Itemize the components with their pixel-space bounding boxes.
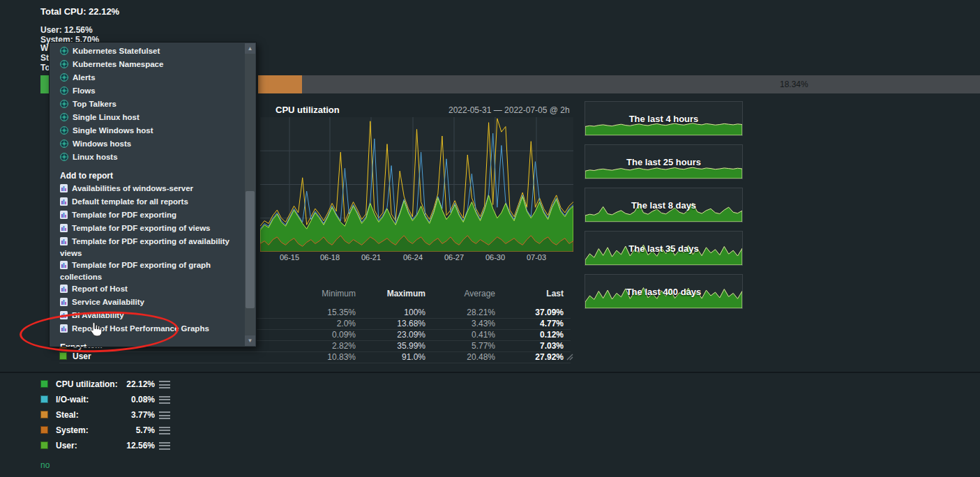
legend-row: System:5.7% (40, 425, 222, 437)
color-swatch-icon (59, 352, 67, 360)
row-label: User (59, 351, 91, 361)
menu-item-label: Flows (73, 86, 96, 95)
report-icon (60, 211, 68, 222)
x-tick-label: 07-03 (521, 253, 552, 262)
legend-row: CPU utilization:22.12% (40, 379, 222, 391)
menu-item[interactable]: Kubernetes Statefulset (60, 45, 241, 59)
menu-scrollbar[interactable]: ▲ ▼ (245, 43, 255, 346)
menu-item[interactable]: Report of Host Performance Graphs (60, 323, 241, 336)
menu-item[interactable]: Template for PDF exporting of graph coll… (60, 259, 241, 283)
hamburger-menu-icon[interactable] (159, 411, 170, 419)
menu-item[interactable]: Single Linux host (60, 112, 241, 125)
menu-item[interactable]: Availabilities of windows-server (60, 183, 241, 196)
bar-segment-track (302, 75, 980, 93)
menu-item-label: Report of Host Performance Graphs (72, 324, 209, 333)
tooltip-line: St (40, 53, 49, 63)
menu-item-label: BI Availability (72, 311, 124, 319)
menu-item-label: Availabilities of windows-server (72, 184, 193, 192)
scroll-down-icon[interactable]: ▼ (245, 335, 255, 346)
x-tick-label: 06-30 (480, 253, 511, 262)
menu-item[interactable]: Template for PDF exporting (60, 209, 241, 222)
dashboard-icon (60, 47, 68, 58)
table-header-cell: Maximum (359, 289, 425, 298)
menu-item[interactable]: Single Windows host (60, 125, 241, 138)
preview-title: The last 400 days (585, 275, 742, 308)
total-cpu-label: Total CPU: 22.12% (40, 6, 119, 17)
dashboard-icon (60, 100, 68, 111)
menu-item[interactable]: Default template for all reports (60, 196, 241, 209)
legend-row: User:12.56% (40, 441, 222, 452)
menu-item[interactable]: Service Availability (60, 296, 241, 310)
preview-title: The last 8 days (585, 188, 742, 222)
menu-item[interactable]: Linux hosts (60, 151, 241, 165)
menu-item[interactable]: Kubernetes Namespace (60, 59, 241, 72)
table-cell-min: 2.82% (289, 341, 356, 351)
table-cell-min: 0.09% (289, 330, 356, 340)
bar-segment-orange (258, 75, 302, 93)
legend-value: 3.77% (119, 410, 155, 420)
menu-item-label: Template for PDF exporting (72, 211, 176, 219)
table-cell-min: 10.83% (289, 352, 356, 362)
cpu-utilization-chart[interactable] (260, 117, 573, 252)
report-icon (60, 311, 68, 322)
preview-panel[interactable]: The last 8 days (585, 188, 743, 222)
menu-item[interactable]: Windows hosts (60, 138, 241, 151)
hamburger-menu-icon[interactable] (159, 381, 170, 388)
preview-panel[interactable]: The last 35 days (585, 231, 743, 266)
table-cell-max: 23.09% (359, 330, 425, 340)
x-tick-label: 06-27 (439, 253, 469, 262)
preview-title: The last 4 hours (585, 102, 742, 135)
legend-label: User: (56, 441, 77, 450)
dashboard-icon (60, 126, 68, 137)
report-icon (60, 261, 68, 272)
add-to-report-header: Add to report (60, 171, 241, 181)
menu-item-label: Top Talkers (73, 100, 116, 108)
report-icon (60, 324, 68, 335)
table-row: User10.83%91.0%20.48%27.92% (59, 351, 571, 363)
dashboard-icon (60, 139, 68, 151)
hamburger-menu-icon[interactable] (159, 396, 170, 404)
legend-label: Steal: (56, 410, 79, 420)
hamburger-menu-icon[interactable] (159, 442, 170, 450)
report-icon (60, 184, 68, 195)
menu-item[interactable]: Top Talkers (60, 98, 241, 112)
legend-label: System: (56, 425, 89, 435)
menu-item[interactable]: BI Availability (60, 310, 241, 323)
table-cell-max: 91.0% (359, 352, 425, 362)
scroll-up-icon[interactable]: ▲ (245, 43, 255, 54)
legend-value: 5.7% (119, 425, 155, 435)
menu-item[interactable]: Template for PDF exporting of availabili… (60, 236, 241, 259)
table-cell-min: 15.35% (289, 308, 356, 317)
report-icon (60, 224, 68, 235)
hamburger-menu-icon[interactable] (159, 427, 170, 434)
bar-value-label: 18.34% (780, 80, 808, 89)
menu-item-label: Report of Host (72, 285, 128, 293)
report-icon (60, 285, 68, 296)
menu-item-label: Single Windows host (73, 126, 153, 135)
menu-item[interactable]: Alerts (60, 72, 241, 85)
preview-panel[interactable]: The last 4 hours (585, 101, 743, 136)
preview-panel[interactable]: The last 400 days (585, 274, 743, 309)
table-cell-last: 0.12% (497, 330, 564, 340)
dashboard-icon (60, 113, 68, 124)
menu-item[interactable]: Template for PDF exporting of views (60, 222, 241, 236)
table-cell-min: 2.0% (289, 319, 356, 328)
divider (0, 372, 980, 373)
menu-item-label: Kubernetes Statefulset (73, 47, 160, 55)
menu-item-label: Default template for all reports (72, 197, 188, 206)
dashboard-icon (60, 86, 68, 98)
menu-item-label: Service Availability (72, 298, 144, 306)
table-cell-last: 37.09% (497, 308, 564, 317)
x-tick-label: 06-18 (315, 253, 345, 262)
preview-panel[interactable]: The last 25 hours (585, 144, 743, 179)
table-cell-avg: 5.77% (429, 341, 495, 351)
menu-item[interactable]: Report of Host (60, 283, 241, 296)
legend-row: Steal:3.77% (40, 410, 222, 421)
color-swatch-icon (40, 380, 48, 388)
scrollbar-thumb[interactable] (246, 191, 255, 308)
menu-item[interactable]: Flows (60, 85, 241, 98)
table-cell-avg: 3.43% (429, 319, 495, 328)
table-header-cell: Average (429, 289, 495, 298)
color-swatch-icon (40, 395, 48, 403)
table-cell-last: 4.77% (497, 319, 564, 328)
